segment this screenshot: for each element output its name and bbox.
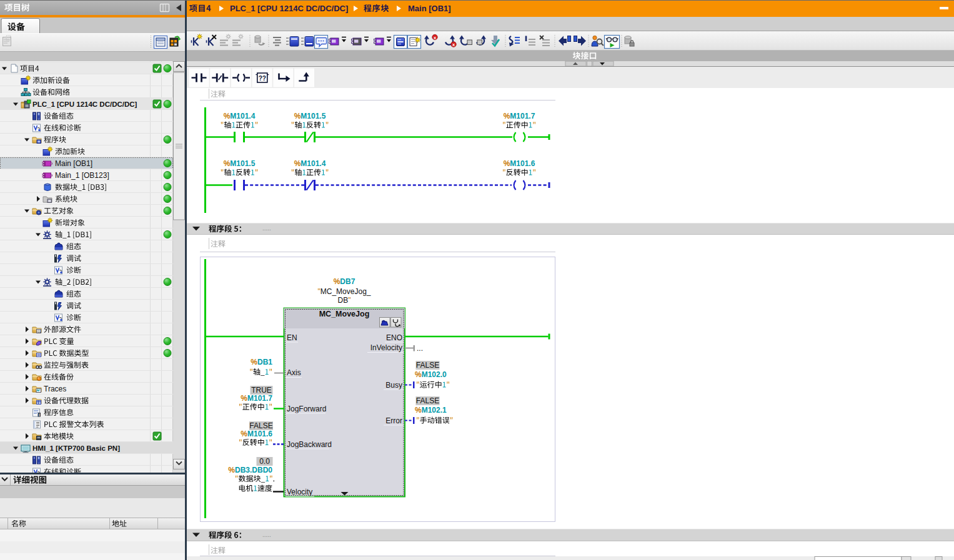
svg-text:??: ?? [259, 75, 266, 82]
svg-text:%M101.7: %M101.7 [241, 394, 272, 403]
svg-text:i: i [39, 413, 40, 417]
svg-text:.....: ..... [262, 531, 271, 538]
svg-text:Main [OB1]: Main [OB1] [408, 4, 451, 13]
svg-text:0.0: 0.0 [259, 457, 270, 466]
svg-text:%M101.4: %M101.4 [224, 112, 256, 120]
svg-text:FALSE: FALSE [416, 396, 439, 405]
svg-text:HMI_1 [KTP700 Basic PN]: HMI_1 [KTP700 Basic PN] [32, 445, 120, 452]
svg-text:JogBackward: JogBackward [287, 440, 332, 449]
svg-text:...: ... [417, 344, 423, 353]
svg-text:.....: ..... [262, 225, 271, 232]
svg-text:%DB3.DBD0: %DB3.DBD0 [228, 466, 272, 474]
svg-text:DB": DB" [338, 296, 351, 305]
svg-text:%M101.5: %M101.5 [224, 159, 256, 168]
svg-text:InVelocity: InVelocity [370, 343, 402, 352]
svg-text:PLC_1 [CPU 1214C DC/DC/DC]: PLC_1 [CPU 1214C DC/DC/DC] [230, 4, 348, 13]
svg-text:%M101.5: %M101.5 [294, 112, 326, 120]
svg-text:PLC_1 [CPU 1214C DC/DC/DC]: PLC_1 [CPU 1214C DC/DC/DC] [32, 101, 137, 108]
svg-text:ENO: ENO [386, 333, 402, 342]
svg-text:%DB7: %DB7 [334, 277, 355, 286]
svg-text:Main [OB1]: Main [OB1] [55, 159, 92, 168]
svg-text:%M101.4: %M101.4 [294, 159, 326, 168]
svg-text:Velocity: Velocity [287, 488, 312, 496]
svg-text:EN: EN [287, 333, 297, 342]
svg-text:Main_1 [OB123]: Main_1 [OB123] [55, 171, 109, 180]
svg-text:%M102.1: %M102.1 [415, 406, 447, 415]
svg-text:Busy: Busy [385, 381, 402, 390]
svg-text:Axis: Axis [287, 368, 301, 377]
svg-text:%M101.7: %M101.7 [504, 112, 535, 120]
svg-text:Traces: Traces [44, 385, 66, 393]
svg-text:01: 01 [37, 330, 41, 333]
svg-text:JogForward: JogForward [287, 405, 326, 413]
svg-text:%M102.0: %M102.0 [415, 370, 447, 379]
svg-text:"MC_MoveJog_: "MC_MoveJog_ [318, 287, 371, 296]
svg-text:MC_MoveJog: MC_MoveJog [319, 310, 370, 318]
svg-text:%DB1: %DB1 [251, 358, 272, 366]
svg-text:FALSE: FALSE [416, 361, 439, 370]
svg-text:%M101.6: %M101.6 [241, 430, 272, 438]
svg-text:Error: Error [385, 416, 402, 425]
svg-text:%M101.6: %M101.6 [504, 159, 535, 168]
